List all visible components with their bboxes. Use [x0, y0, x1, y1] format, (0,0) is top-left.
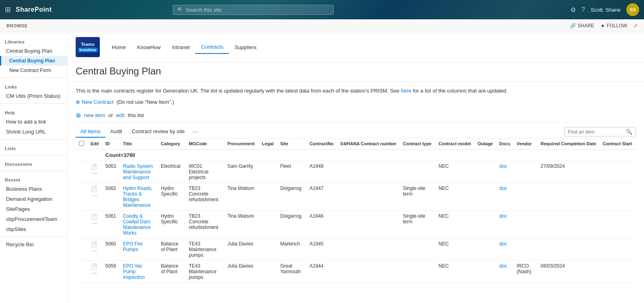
sidebar-divider-1: [0, 78, 67, 78]
find-item-input[interactable]: [568, 129, 624, 135]
row-ellipsis-4[interactable]: ···: [91, 247, 99, 255]
app-name: SharePoint: [16, 6, 52, 13]
waffle-icon[interactable]: ⊞: [5, 5, 11, 14]
row-site-3: Dolgarrog: [277, 210, 306, 238]
col-header-checkbox: [76, 138, 87, 150]
tab-audit[interactable]: Audit: [105, 126, 127, 138]
info-link[interactable]: here: [401, 88, 411, 94]
row-title-1[interactable]: Radio System Maintenance and Support: [120, 161, 157, 183]
sidebar: Libraries Central Buying Plan Central Bu…: [0, 32, 68, 303]
row-type-1: [400, 161, 436, 183]
search-icon: 🔍: [177, 7, 184, 13]
focus-button[interactable]: ⤢: [634, 23, 638, 29]
tab-contract-review[interactable]: Contract review by site: [127, 126, 190, 138]
settings-icon[interactable]: ⚙: [570, 6, 576, 14]
sidebar-divider-4: [0, 155, 67, 155]
doc-link-5[interactable]: doc: [500, 263, 507, 269]
row-outage-2: [475, 183, 496, 210]
user-avatar[interactable]: SS: [626, 3, 639, 16]
toolbar-this-list-text: this list: [128, 112, 144, 118]
tab-all-items[interactable]: All Items: [76, 126, 105, 138]
row-checkbox-cell: [76, 161, 87, 183]
user-name[interactable]: Scott, Shane: [591, 7, 621, 13]
doc-link-1[interactable]: doc: [500, 163, 507, 169]
row-type-2: Single-site term: [400, 183, 436, 210]
contracts-table: Edit ID Title Category MGCode Procuremen…: [76, 138, 636, 283]
row-title-5[interactable]: EPO Vac Pump inspection: [120, 260, 157, 282]
row-legal-2: [259, 183, 277, 210]
help-icon[interactable]: ?: [582, 6, 585, 13]
sidebar-item-central-buying-plan-1[interactable]: Central Buying Plan: [0, 46, 67, 56]
new-item-label[interactable]: new item: [84, 112, 105, 118]
sidebar-item-shrink-long-url[interactable]: Shrink Long URL: [0, 127, 67, 137]
row-ellipsis-5[interactable]: ···: [91, 269, 99, 277]
row-s4-1: [337, 161, 400, 183]
select-all-checkbox[interactable]: [79, 141, 84, 146]
row-legal-5: [259, 260, 277, 282]
new-contract-bar: ⊕ New Contract (Do not use "New Item".): [76, 99, 636, 105]
find-icon: 🔍: [626, 129, 632, 135]
edit-list-link[interactable]: edit: [116, 112, 125, 118]
site-nav-home[interactable]: Home: [106, 41, 132, 54]
new-item-link[interactable]: new item: [84, 112, 105, 118]
table-header-row: Edit ID Title Category MGCode Procuremen…: [76, 138, 636, 150]
new-contract-label[interactable]: New Contract: [82, 99, 114, 105]
row-title-4[interactable]: EPO Fire Pumps: [120, 238, 157, 260]
row-title-3[interactable]: Coedty & Cowlyd Dam Maintenance Works: [120, 210, 157, 238]
site-nav-intranet[interactable]: Intranet: [166, 41, 195, 54]
sidebar-item-business-plans[interactable]: Business Plans: [0, 184, 67, 194]
sidebar-item-how-to-add-link[interactable]: How to add a link: [0, 117, 67, 127]
site-nav-contracts[interactable]: Contracts: [195, 41, 229, 54]
sidebar-item-new-contract-form[interactable]: New Contract Form: [0, 66, 67, 75]
doc-link-4[interactable]: doc: [500, 241, 507, 247]
new-contract-link[interactable]: ⊕ New Contract: [76, 99, 114, 105]
global-search-input[interactable]: [186, 7, 329, 13]
row-ellipsis-1[interactable]: ···: [91, 169, 99, 177]
row-s4-4: [337, 238, 400, 260]
sidebar-item-cm-utils[interactable]: CM Utils (Prism Status): [0, 91, 67, 101]
row-type-3: Single-site term: [400, 210, 436, 238]
doc-link-3[interactable]: doc: [500, 213, 507, 219]
row-title-2[interactable]: Hydro Roads, Tracks & Bridges Maintenanc…: [120, 183, 157, 210]
row-start-1: [599, 161, 636, 183]
row-ellipsis-3[interactable]: ···: [91, 219, 99, 227]
col-header-model: Contract model: [435, 138, 474, 150]
sidebar-divider-3: [0, 139, 67, 140]
row-legal-3: [259, 210, 277, 238]
row-checkbox-cell-2: [76, 183, 87, 210]
col-header-req-completion: Required Completion Date: [537, 138, 599, 150]
row-req-3: [537, 210, 599, 238]
sidebar-item-cbp-procurement[interactable]: cbpProcurementTeam: [0, 214, 67, 224]
main-layout: Libraries Central Buying Plan Central Bu…: [0, 32, 644, 303]
row-icon-cell-4: 📄 ···: [87, 238, 102, 260]
table-row: 📄 ··· 5062 Hydro Roads, Tracks & Bridges…: [76, 183, 636, 210]
table-row: 📄 ··· 5060 EPO Fire Pumps Balance of Pla…: [76, 238, 636, 260]
row-id-4: 5060: [102, 238, 120, 260]
sidebar-item-sitepages[interactable]: SitePages: [0, 204, 67, 214]
row-model-4: NEC: [435, 238, 474, 260]
list-search-box[interactable]: 🔍: [564, 127, 636, 136]
info-bar: This is the main contracts register for …: [76, 87, 636, 95]
col-header-legal: Legal: [259, 138, 277, 150]
doc-link-2[interactable]: doc: [500, 186, 507, 191]
row-legal-4: [259, 238, 277, 260]
sidebar-discussions-label: Discussions: [0, 158, 67, 168]
count-label: Count=: [105, 152, 124, 158]
global-search-box[interactable]: 🔍: [173, 5, 334, 15]
sidebar-item-recycle-bin[interactable]: Recycle Bin: [0, 239, 67, 249]
row-cat-5: Balance of Plant: [158, 260, 186, 282]
sidebar-item-demand-agregation[interactable]: Demand Agregation: [0, 194, 67, 204]
col-header-title: Title: [120, 138, 157, 150]
row-req-1: 27/09/2024: [537, 161, 599, 183]
row-icon-cell-5: 📄 ···: [87, 260, 102, 282]
site-nav-knowhow[interactable]: KnowHow: [132, 41, 167, 54]
row-start-4: [599, 238, 636, 260]
view-tab-more-icon[interactable]: ···: [190, 126, 201, 138]
follow-button[interactable]: ★ FOLLOW: [601, 23, 627, 29]
sidebar-item-central-buying-plan-active[interactable]: Central Buying Plan: [0, 56, 67, 66]
sidebar-item-cbpsites[interactable]: cbpSites: [0, 224, 67, 234]
site-nav-suppliers[interactable]: Suppliers: [229, 41, 262, 54]
share-button[interactable]: 🔗 SHARE: [570, 23, 594, 29]
row-checkbox-cell-5: [76, 260, 87, 282]
row-ellipsis-2[interactable]: ···: [91, 191, 99, 199]
